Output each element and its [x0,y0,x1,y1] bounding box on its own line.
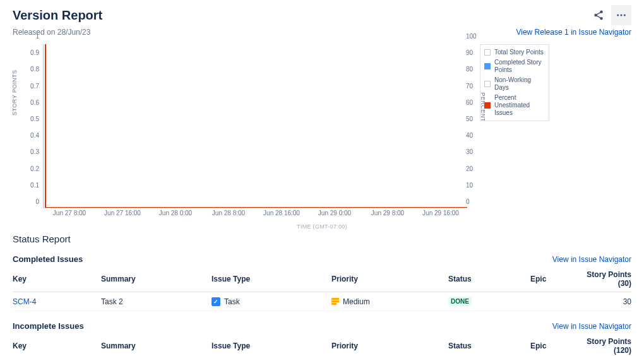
incomplete-table: Key Summary Issue Type Priority Status E… [13,333,631,356]
legend-swatch [484,63,491,69]
y-tick: 0.7 [30,82,39,89]
completed-table: Key Summary Issue Type Priority Status E… [13,266,631,311]
col-summary: Summary [101,266,212,292]
x-tick: Jun 29 8:00 [371,210,404,217]
view-release-link[interactable]: View Release 1 in Issue Navigator [516,28,631,37]
version-chart: STORY POINTS PERCENT 00.10.20.30.40.50.6… [13,43,631,226]
completed-view-link[interactable]: View in Issue Navigator [552,255,631,264]
sub-header: Released on 28/Jun/23 View Release 1 in … [13,28,631,37]
share-icon [593,9,604,21]
priority-medium-icon [331,300,339,302]
col-epic: Epic [530,333,581,356]
legend-swatch [484,49,491,56]
issue-key-link[interactable]: SCM-4 [13,297,36,306]
legend-label: Completed Story Points [494,59,545,74]
epic-cell [530,292,581,311]
col-epic: Epic [530,266,581,292]
completed-title: Completed Issues [13,254,83,264]
svg-point-0 [617,15,619,16]
completed-header: Completed Issues View in Issue Navigator [13,254,631,264]
legend-item: Non-Working Days [484,75,545,93]
col-status: Status [448,333,530,356]
table-row: SCM-4Task 2TaskMediumDONE30 [13,292,631,311]
y-tick: 0.1 [30,181,39,188]
chart-legend: Total Story PointsCompleted Story Points… [480,44,549,121]
col-status: Status [448,266,530,292]
status-report-title: Status Report [13,234,631,244]
y-tick: 0.5 [30,116,39,122]
x-tick: Jun 28 16:00 [263,210,300,217]
incomplete-view-link[interactable]: View in Issue Navigator [552,322,631,331]
y2-tick: 100 [466,33,477,40]
released-text: Released on 28/Jun/23 [13,28,90,37]
y-tick: 0.6 [30,98,39,105]
x-tick: Jun 29 0:00 [318,210,351,217]
x-tick: Jun 27 16:00 [104,210,141,217]
legend-label: Non-Working Days [494,76,545,92]
y-tick: 0.3 [30,148,39,155]
more-actions-button[interactable] [611,5,631,25]
legend-item: Total Story Points [484,47,545,57]
legend-swatch [484,102,491,109]
unestimated-line-baseline [45,207,467,208]
x-ticks: Jun 27 8:00Jun 27 16:00Jun 28 0:00Jun 28… [43,210,467,218]
col-sp-incomplete: Story Points (120) [581,333,631,356]
legend-item: Percent Unestimated Issues [484,93,545,118]
legend-item: Completed Story Points [484,57,545,75]
plot-area [43,44,467,208]
page-header: Version Report [13,5,631,25]
summary-cell: Task 2 [101,292,212,311]
y-tick: 0.2 [30,165,39,172]
y-tick: 0.4 [30,132,39,139]
status-badge: DONE [448,297,472,306]
y-axis-label: STORY POINTS [11,69,18,116]
legend-label: Percent Unestimated Issues [494,94,545,117]
col-summary: Summary [101,333,212,356]
col-key: Key [13,266,101,292]
incomplete-header: Incomplete Issues View in Issue Navigato… [13,321,631,331]
col-type: Issue Type [212,333,331,356]
y-tick: 0.8 [30,66,39,73]
legend-swatch [484,81,491,87]
unestimated-line-vertical [45,44,46,208]
priority-label: Medium [343,297,370,306]
x-tick: Jun 27 8:00 [53,210,86,217]
svg-point-2 [624,15,626,16]
x-tick: Jun 28 0:00 [159,210,192,217]
x-axis-label: TIME (GMT-07:00) [297,223,347,230]
col-sp-completed: Story Points (30) [581,266,631,292]
y-tick: 0 [35,198,39,205]
story-points-cell: 30 [581,292,631,311]
task-icon [212,297,220,306]
svg-point-1 [621,15,623,16]
col-key: Key [13,333,101,356]
legend-label: Total Story Points [494,49,544,56]
y-ticks: 00.10.20.30.40.50.60.70.80.91 [24,43,42,208]
y-tick: 0.9 [30,49,39,56]
x-tick: Jun 29 16:00 [422,210,459,217]
col-priority: Priority [331,266,448,292]
col-type: Issue Type [212,266,331,292]
col-priority: Priority [331,333,448,356]
more-icon [616,9,627,21]
incomplete-title: Incomplete Issues [13,321,84,331]
header-actions [588,5,631,25]
share-button[interactable] [588,5,609,25]
y-tick: 1 [35,33,39,40]
x-tick: Jun 28 8:00 [212,210,245,217]
page-title: Version Report [13,8,102,23]
type-label: Task [224,297,240,306]
